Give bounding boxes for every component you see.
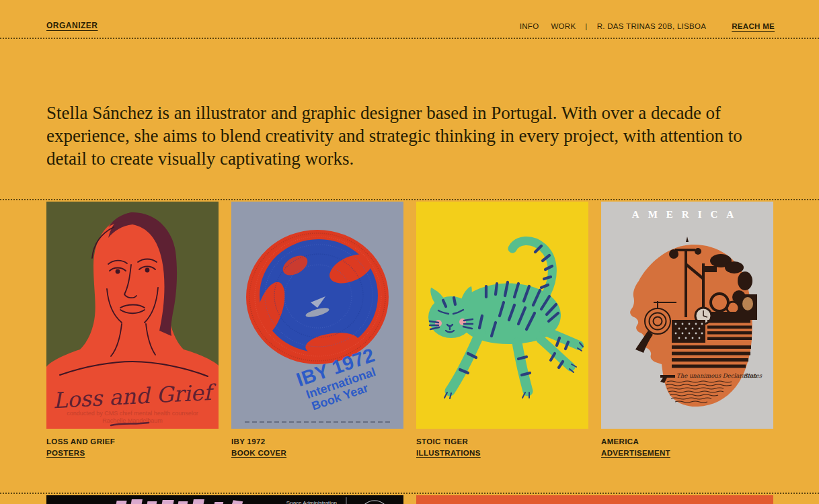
- poster-credit-1: conducted by CMS chief mental health cou…: [67, 410, 198, 417]
- declaration-end: States: [744, 372, 763, 379]
- project-title: IBY 1972: [231, 437, 403, 446]
- project-title: STOIC TIGER: [416, 437, 588, 446]
- header: ORGANIZER INFO WORK | R. DAS TRINAS 20B,…: [0, 0, 819, 39]
- iby-1972-poster-art: IBY 1972 International Book Year: [231, 202, 403, 429]
- project-card-iby-1972[interactable]: IBY 1972 International Book Year IBY 197…: [231, 202, 403, 458]
- project-caption: IBY 1972 BOOK COVER: [231, 437, 403, 458]
- project-title: LOSS AND GRIEF: [46, 437, 219, 446]
- portfolio-page: ORGANIZER INFO WORK | R. DAS TRINAS 20B,…: [0, 0, 819, 504]
- project-category-link[interactable]: POSTERS: [46, 448, 85, 458]
- moire-blob: [246, 230, 389, 364]
- section-divider-top: [0, 199, 819, 200]
- america-poster-image[interactable]: AMERICA: [601, 202, 773, 429]
- logo-organizer[interactable]: ORGANIZER: [46, 21, 98, 30]
- poster-america-title: AMERICA: [632, 209, 742, 220]
- loss-and-grief-poster-image[interactable]: Loss and Grief conducted by CMS chief me…: [46, 202, 219, 429]
- nav-item-work[interactable]: WORK: [551, 22, 576, 30]
- project-caption: STOIC TIGER ILLUSTRATIONS: [416, 437, 588, 458]
- stoic-tiger-poster-art: [416, 202, 588, 429]
- project-title: AMERICA: [601, 437, 773, 446]
- projects-row-2: Space Administration: [46, 495, 819, 504]
- orange-poster-image[interactable]: [416, 495, 773, 504]
- project-card-loss-and-grief[interactable]: Loss and Grief conducted by CMS chief me…: [46, 202, 219, 458]
- project-card-space[interactable]: Space Administration: [46, 495, 403, 504]
- space-poster-art: Space Administration: [46, 495, 403, 504]
- iby-1972-poster-image[interactable]: IBY 1972 International Book Year: [231, 202, 403, 429]
- main-nav: INFO WORK | R. DAS TRINAS 20B, LISBOA RE…: [520, 22, 775, 30]
- projects-row-1: Loss and Grief conducted by CMS chief me…: [46, 202, 819, 458]
- intro-paragraph: Stella Sánchez is an illustrator and gra…: [46, 101, 778, 170]
- stoic-tiger-poster-image[interactable]: [416, 202, 588, 429]
- section-divider-bottom: [0, 493, 819, 494]
- orange-poster-art: [416, 495, 773, 504]
- space-administration-label: Space Administration: [286, 500, 337, 504]
- nav-item-info[interactable]: INFO: [520, 22, 539, 30]
- space-poster-image[interactable]: Space Administration: [46, 495, 403, 504]
- loss-and-grief-poster-art: Loss and Grief conducted by CMS chief me…: [46, 202, 219, 429]
- project-caption: LOSS AND GRIEF POSTERS: [46, 437, 219, 458]
- nav-address: R. DAS TRINAS 20B, LISBOA: [597, 22, 707, 30]
- project-category-link[interactable]: ILLUSTRATIONS: [416, 448, 481, 458]
- project-card-stoic-tiger[interactable]: STOIC TIGER ILLUSTRATIONS: [416, 202, 588, 458]
- project-card-orange[interactable]: [416, 495, 773, 504]
- project-category-link[interactable]: BOOK COVER: [231, 448, 286, 458]
- project-category-link[interactable]: ADVERTISEMENT: [601, 448, 670, 458]
- nav-separator: |: [585, 22, 587, 30]
- project-caption: AMERICA ADVERTISEMENT: [601, 437, 773, 458]
- america-poster-art: AMERICA: [601, 202, 773, 429]
- project-card-america[interactable]: AMERICA: [601, 202, 773, 458]
- nav-reach-me-link[interactable]: REACH ME: [732, 22, 775, 30]
